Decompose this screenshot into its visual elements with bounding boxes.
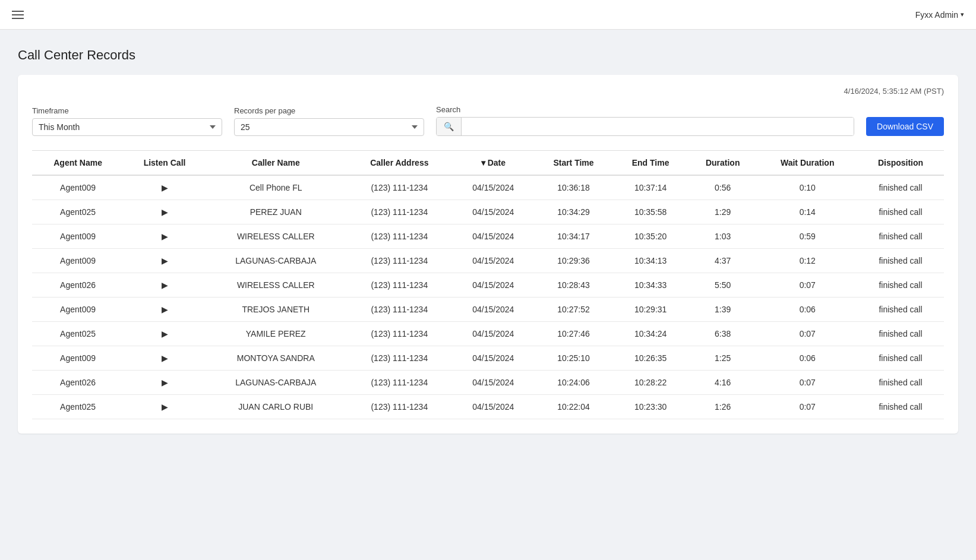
cell-start-time: 10:36:18: [534, 175, 614, 200]
cell-start-time: 10:34:17: [534, 224, 614, 249]
cell-duration: 0:56: [688, 175, 758, 200]
cell-agent-name: Agent009: [32, 298, 124, 322]
page-content: Call Center Records 4/16/2024, 5:35:12 A…: [0, 30, 976, 451]
col-end-time[interactable]: End Time: [613, 151, 688, 176]
table-row: Agent009▶Cell Phone FL(123) 111-123404/1…: [32, 175, 944, 200]
play-button[interactable]: ▶: [162, 280, 168, 290]
user-menu[interactable]: Fyxx Admin: [915, 10, 964, 20]
col-listen-call[interactable]: Listen Call: [124, 151, 206, 176]
cell-date: 04/15/2024: [453, 298, 534, 322]
cell-agent-name: Agent009: [32, 175, 124, 200]
cell-disposition: finished call: [857, 346, 944, 371]
cell-listen-call[interactable]: ▶: [124, 224, 206, 249]
cell-caller-name: Cell Phone FL: [206, 175, 346, 200]
hamburger-menu[interactable]: [12, 11, 24, 19]
cell-wait-duration: 0:14: [757, 200, 857, 224]
play-button[interactable]: ▶: [162, 256, 168, 265]
cell-date: 04/15/2024: [453, 249, 534, 273]
table-row: Agent026▶LAGUNAS-CARBAJA(123) 111-123404…: [32, 371, 944, 395]
cell-duration: 1:03: [688, 224, 758, 249]
cell-listen-call[interactable]: ▶: [124, 200, 206, 224]
cell-start-time: 10:25:10: [534, 346, 614, 371]
cell-end-time: 10:26:35: [613, 346, 688, 371]
cell-start-time: 10:22:04: [534, 395, 614, 419]
play-button[interactable]: ▶: [162, 353, 168, 363]
cell-end-time: 10:29:31: [613, 298, 688, 322]
cell-caller-address: (123) 111-1234: [346, 395, 453, 419]
main-card: 4/16/2024, 5:35:12 AM (PST) Timeframe Th…: [18, 75, 958, 434]
search-input[interactable]: [462, 118, 854, 135]
cell-duration: 4:37: [688, 249, 758, 273]
cell-listen-call[interactable]: ▶: [124, 371, 206, 395]
search-input-wrap: 🔍: [436, 117, 854, 136]
cell-wait-duration: 0:12: [757, 249, 857, 273]
download-csv-button[interactable]: Download CSV: [866, 117, 944, 136]
table-row: Agent026▶WIRELESS CALLER(123) 111-123404…: [32, 273, 944, 298]
controls-row: Timeframe This Month Last Month This Wee…: [32, 105, 944, 136]
play-button[interactable]: ▶: [162, 207, 168, 217]
cell-date: 04/15/2024: [453, 200, 534, 224]
col-wait-duration[interactable]: Wait Duration: [757, 151, 857, 176]
play-button[interactable]: ▶: [162, 402, 168, 412]
records-per-page-select[interactable]: 10 25 50 100: [234, 118, 424, 136]
col-disposition[interactable]: Disposition: [857, 151, 944, 176]
table-row: Agent025▶YAMILE PEREZ(123) 111-123404/15…: [32, 322, 944, 346]
cell-start-time: 10:24:06: [534, 371, 614, 395]
cell-date: 04/15/2024: [453, 395, 534, 419]
play-button[interactable]: ▶: [162, 183, 168, 192]
cell-caller-address: (123) 111-1234: [346, 371, 453, 395]
cell-caller-name: MONTOYA SANDRA: [206, 346, 346, 371]
play-button[interactable]: ▶: [162, 329, 168, 338]
cell-wait-duration: 0:06: [757, 346, 857, 371]
col-start-time[interactable]: Start Time: [534, 151, 614, 176]
cell-wait-duration: 0:07: [757, 371, 857, 395]
cell-disposition: finished call: [857, 298, 944, 322]
play-button[interactable]: ▶: [162, 305, 168, 314]
page-title: Call Center Records: [18, 48, 958, 63]
cell-duration: 6:38: [688, 322, 758, 346]
cell-listen-call[interactable]: ▶: [124, 175, 206, 200]
cell-end-time: 10:35:20: [613, 224, 688, 249]
cell-listen-call[interactable]: ▶: [124, 322, 206, 346]
cell-caller-name: LAGUNAS-CARBAJA: [206, 371, 346, 395]
cell-caller-address: (123) 111-1234: [346, 298, 453, 322]
cell-end-time: 10:34:33: [613, 273, 688, 298]
col-caller-name[interactable]: Caller Name: [206, 151, 346, 176]
timeframe-select[interactable]: This Month Last Month This Week Today Cu…: [32, 118, 222, 136]
cell-listen-call[interactable]: ▶: [124, 346, 206, 371]
cell-duration: 1:25: [688, 346, 758, 371]
cell-start-time: 10:34:29: [534, 200, 614, 224]
cell-listen-call[interactable]: ▶: [124, 395, 206, 419]
cell-listen-call[interactable]: ▶: [124, 249, 206, 273]
col-agent-name[interactable]: Agent Name: [32, 151, 124, 176]
play-button[interactable]: ▶: [162, 378, 168, 387]
records-per-page-group: Records per page 10 25 50 100: [234, 106, 424, 136]
cell-start-time: 10:27:52: [534, 298, 614, 322]
cell-agent-name: Agent026: [32, 273, 124, 298]
cell-caller-name: YAMILE PEREZ: [206, 322, 346, 346]
col-duration[interactable]: Duration: [688, 151, 758, 176]
cell-duration: 1:39: [688, 298, 758, 322]
cell-date: 04/15/2024: [453, 322, 534, 346]
cell-date: 04/15/2024: [453, 175, 534, 200]
cell-disposition: finished call: [857, 249, 944, 273]
cell-caller-name: WIRELESS CALLER: [206, 224, 346, 249]
play-button[interactable]: ▶: [162, 232, 168, 241]
cell-caller-address: (123) 111-1234: [346, 273, 453, 298]
col-date[interactable]: ▾Date: [453, 151, 534, 176]
cell-agent-name: Agent009: [32, 346, 124, 371]
cell-date: 04/15/2024: [453, 371, 534, 395]
cell-date: 04/15/2024: [453, 346, 534, 371]
cell-listen-call[interactable]: ▶: [124, 298, 206, 322]
cell-caller-address: (123) 111-1234: [346, 224, 453, 249]
cell-agent-name: Agent009: [32, 249, 124, 273]
cell-listen-call[interactable]: ▶: [124, 273, 206, 298]
cell-wait-duration: 0:59: [757, 224, 857, 249]
cell-end-time: 10:34:13: [613, 249, 688, 273]
cell-caller-address: (123) 111-1234: [346, 249, 453, 273]
search-icon-button[interactable]: 🔍: [437, 118, 462, 135]
cell-duration: 1:29: [688, 200, 758, 224]
table-row: Agent009▶WIRELESS CALLER(123) 111-123404…: [32, 224, 944, 249]
col-caller-address[interactable]: Caller Address: [346, 151, 453, 176]
records-table: Agent Name Listen Call Caller Name Calle…: [32, 150, 944, 419]
